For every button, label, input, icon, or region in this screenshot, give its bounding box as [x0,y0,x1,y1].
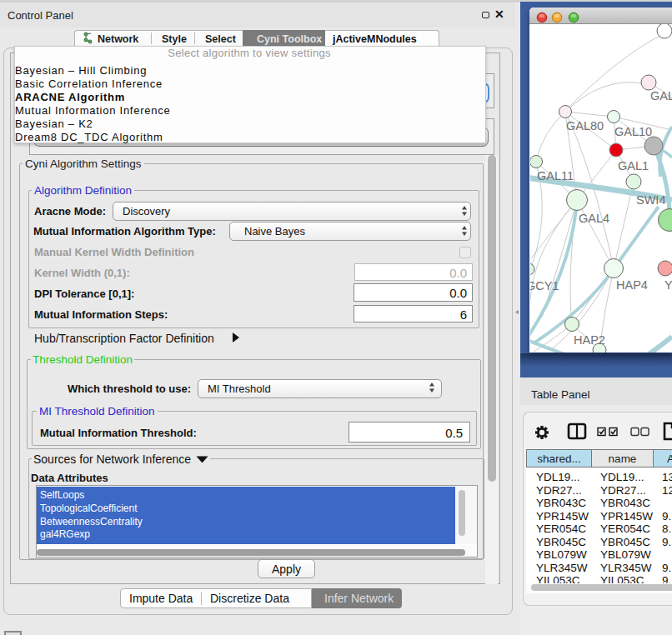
svg-text:Y: Y [664,278,672,292]
svg-text:HAP4: HAP4 [616,278,648,292]
svg-text:GAL11: GAL11 [537,169,574,182]
svg-text:GAL7: GAL7 [650,89,672,102]
svg-text:GAL4: GAL4 [579,212,609,225]
svg-text:GCY1: GCY1 [530,279,559,292]
svg-text:SWI4: SWI4 [636,193,665,207]
svg-text:GAL10: GAL10 [614,125,652,138]
svg-text:GAL1: GAL1 [618,159,649,172]
svg-text:HAP2: HAP2 [574,333,605,347]
svg-text:GAL80: GAL80 [566,119,604,132]
